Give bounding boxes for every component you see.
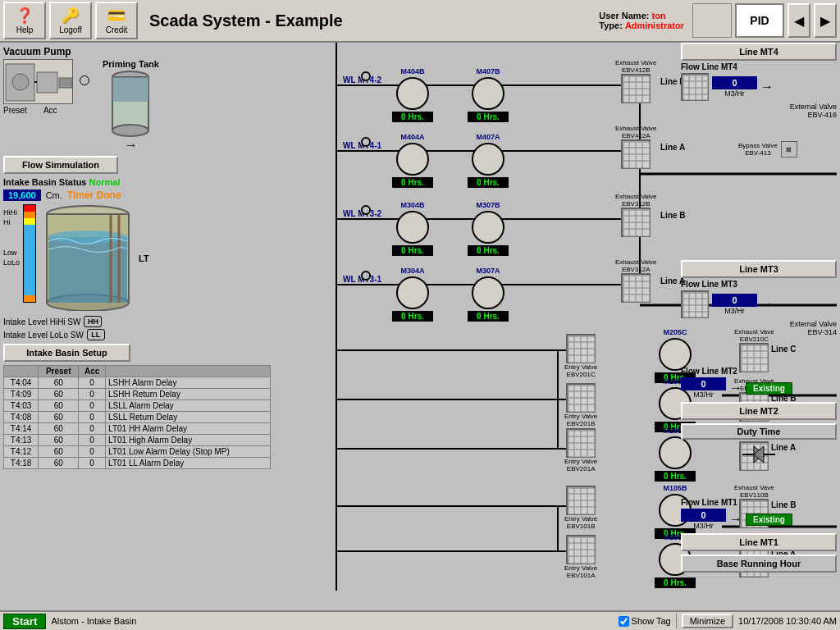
svg-rect-60 bbox=[623, 210, 650, 236]
line-mt4-label: Line MT4 bbox=[681, 43, 837, 61]
entry-valve-ebv101b: Entry ValveEBV101B bbox=[564, 486, 597, 530]
level-bar-container bbox=[23, 204, 36, 303]
lt-label: LT bbox=[139, 253, 149, 263]
intake-lolo-label: Intake Level LoLo SW bbox=[3, 331, 84, 340]
flow-mt1-unit: M3/Hr bbox=[693, 522, 714, 530]
help-icon: ❓ bbox=[16, 7, 34, 25]
logoff-icon: 🔑 bbox=[62, 7, 80, 25]
ext-valve-mt3[interactable] bbox=[681, 290, 709, 318]
m404a-pump: M404A 0 Hrs. bbox=[392, 133, 433, 188]
base-running-button[interactable]: Base Running Hour bbox=[681, 555, 837, 573]
m407b-pump: M407B 0 Hrs. bbox=[468, 67, 509, 122]
pump-labels: Preset Acc bbox=[3, 106, 73, 115]
flow-mt2-value: 0 bbox=[681, 377, 726, 390]
type-value: Administrator bbox=[625, 21, 684, 30]
start-button[interactable]: Start bbox=[3, 614, 46, 629]
flow-line-mt4-panel: Line MT4 Flow Line MT4 0 M3/Hr → Externa… bbox=[681, 43, 837, 119]
svg-rect-67 bbox=[623, 276, 650, 302]
credit-icon: 💳 bbox=[107, 7, 126, 25]
bypass-valve-label: Bypass ValveEBV-413 bbox=[738, 142, 778, 157]
nav-forward-button[interactable]: ▶ bbox=[814, 3, 837, 38]
m404b-pump: M404B 0 Hrs. bbox=[392, 67, 433, 122]
m407a-pump: M407A 0 Hrs. bbox=[468, 133, 509, 188]
alarm-table-row: T4:04600LSHH Alarm Delay bbox=[4, 377, 271, 389]
logoff-button[interactable]: 🔑 Logoff bbox=[49, 2, 92, 39]
ext-valve-mt4[interactable] bbox=[681, 73, 709, 101]
alarm-table: Preset Acc T4:04600LSHH Alarm DelayT4:09… bbox=[3, 365, 271, 469]
bypass-valve-indicator: ⊠ bbox=[781, 141, 797, 158]
help-button[interactable]: ❓ Help bbox=[3, 2, 46, 39]
flow-mt1-value: 0 bbox=[681, 509, 726, 522]
svg-rect-88 bbox=[568, 386, 595, 412]
blank-box bbox=[692, 3, 732, 38]
bypass-valve-panel: Bypass ValveEBV-413 ⊠ bbox=[738, 141, 837, 158]
alarm-table-row: T4:14600LT01 HH Alarm Delay bbox=[4, 423, 271, 435]
m304b-pump: M304B 0 Hrs. bbox=[392, 201, 433, 256]
intake-tank-graphic bbox=[41, 204, 135, 313]
wl-mt3-1-dot bbox=[361, 271, 371, 281]
vacuum-pump-title: Vacuum Pump bbox=[3, 46, 271, 57]
svg-rect-130 bbox=[568, 537, 595, 564]
show-tag-label: Show Tag bbox=[632, 616, 671, 626]
flow-mt3-unit: M3/Hr bbox=[724, 307, 745, 315]
svg-point-3 bbox=[12, 74, 29, 90]
duty-time-button[interactable]: Duty Time bbox=[681, 423, 837, 440]
vacuum-pump-graphic bbox=[3, 59, 73, 104]
flow-line-mt3-label: Flow Line MT3 bbox=[681, 280, 837, 289]
entry-valve-ebv101a: Entry ValveEBV101A bbox=[564, 535, 597, 579]
m307b-pump: M307B 0 Hrs. bbox=[468, 201, 509, 256]
type-label: Type: bbox=[599, 21, 623, 30]
level-labels: HiHi Hi Low LoLo bbox=[3, 208, 20, 267]
existing-mt1-button[interactable]: Existing bbox=[746, 514, 792, 526]
show-tag-checkbox-label[interactable]: Show Tag bbox=[619, 616, 671, 627]
ebv312a: Exhaust ValveEBV312A bbox=[615, 258, 657, 303]
level-unit: Cm. bbox=[46, 190, 62, 200]
show-tag-checkbox[interactable] bbox=[619, 616, 629, 627]
entry-valve-ebv201c: Entry ValveEBV201C bbox=[564, 334, 597, 378]
flow-line-mt1-panel: Flow Line MT1 0 M3/Hr → Existing Line MT… bbox=[681, 498, 837, 573]
ll-badge: LL bbox=[87, 329, 105, 340]
ext-valve-mt4-label: External ValveEBV-416 bbox=[681, 103, 837, 119]
toolbar: ❓ Help 🔑 Logoff 💳 Credit Scada System - … bbox=[0, 0, 840, 43]
flow-mt2-unit: M3/Hr bbox=[693, 390, 714, 399]
priming-tank bbox=[108, 71, 153, 142]
alarm-table-row: T4:09600LSHH Return Delay bbox=[4, 389, 271, 400]
alarm-table-row: T4:12600LT01 Low Alarm Delay (Stop MP) bbox=[4, 446, 271, 458]
entry-valve-ebv201b: Entry ValveEBV201B bbox=[564, 383, 597, 427]
existing-mt2-button[interactable]: Existing bbox=[746, 382, 792, 395]
flow-line-mt2-panel: Flow Line MT2 0 M3/Hr → Existing Line MT… bbox=[681, 367, 837, 466]
flow-mt4-value: 0 bbox=[712, 76, 757, 89]
flow-mt4-unit: M3/Hr bbox=[724, 89, 745, 98]
user-label: User Name: bbox=[599, 11, 649, 21]
ext-valve-mt3-label: External ValveEBV-314 bbox=[681, 320, 837, 336]
intake-hihi-label: Intake Level HiHi SW bbox=[3, 317, 80, 326]
svg-rect-2 bbox=[59, 78, 72, 88]
svg-rect-102 bbox=[568, 431, 595, 457]
app-status-label: Alstom - Intake Basin bbox=[51, 616, 136, 626]
svg-rect-74 bbox=[568, 336, 595, 363]
alarm-table-row: T4:13600LT01 High Alarm Delay bbox=[4, 435, 271, 446]
alarm-table-row: T4:03600LSLL Alarm Delay bbox=[4, 400, 271, 412]
datetime-display: 10/17/2008 10:30:40 AM bbox=[738, 616, 837, 626]
user-value: ton bbox=[651, 11, 665, 21]
line-c-mt2: Line C bbox=[771, 345, 797, 354]
level-value: 19,600 bbox=[3, 189, 41, 201]
svg-rect-46 bbox=[623, 76, 650, 103]
app-title: Scada System - Example bbox=[141, 11, 596, 30]
minimize-button[interactable]: Minimize bbox=[682, 614, 733, 628]
flow-simulation-button[interactable]: Flow Simmulation bbox=[3, 156, 118, 174]
nav-back-button[interactable]: ◀ bbox=[788, 3, 810, 38]
pid-button[interactable]: PID bbox=[735, 3, 784, 38]
line-mt3-label: Line MT3 bbox=[681, 260, 837, 278]
svg-rect-53 bbox=[623, 142, 650, 168]
intake-basin-setup-button[interactable]: Intake Basin Setup bbox=[3, 344, 130, 362]
flow-line-mt1-label: Flow Line MT1 bbox=[681, 498, 837, 507]
intake-basin-status-value: Normal bbox=[89, 177, 121, 187]
intake-basin-status-label: Intake Basin Status bbox=[3, 177, 86, 187]
ebv312b: Exhaust ValveEBV312B bbox=[615, 193, 657, 237]
m304a-pump: M304A 0 Hrs. bbox=[392, 267, 433, 322]
hh-badge: HH bbox=[84, 316, 102, 327]
alarm-table-row: T4:08600LSLL Return Delay bbox=[4, 412, 271, 423]
credit-button[interactable]: 💳 Credit bbox=[95, 2, 138, 39]
ebv412b: Exhaust ValveEBV412B bbox=[615, 59, 657, 103]
